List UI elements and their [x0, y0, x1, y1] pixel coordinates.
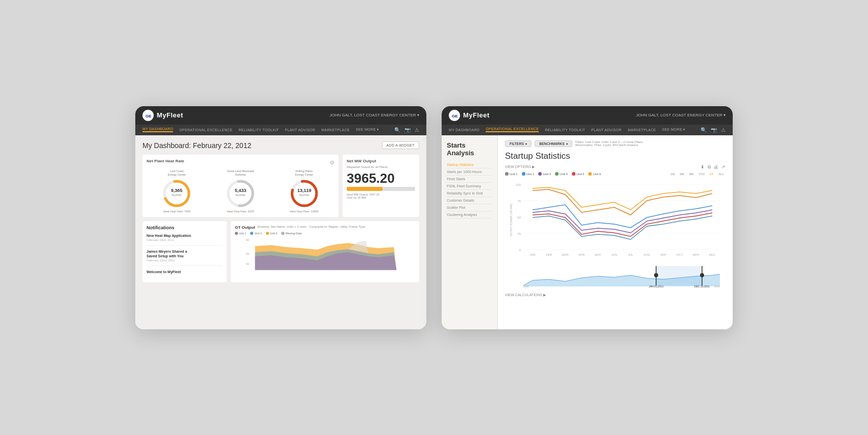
unit-dot-5 — [572, 172, 575, 176]
unit-item-5: Unit 5 — [572, 172, 585, 176]
outer-wrapper: GE MyFleet JOHN GALT, LOST COAST ENERGY … — [115, 76, 753, 360]
ge-logo-left: GE — [142, 110, 154, 121]
svg-text:Btu/KWh: Btu/KWh — [235, 194, 246, 197]
gt-legend: Unit 1 Unit 2 Unit 3 Missing Data — [235, 232, 415, 235]
left-nav-icons: 🔍 📷 ⚠ — [394, 127, 419, 133]
svg-text:Btu/KWh: Btu/KWh — [299, 194, 309, 197]
svg-text:13,119: 13,119 — [297, 188, 311, 193]
gauges-row: Lost CoastEnergy Center 9,365 Btu/KWh Id… — [147, 170, 334, 213]
left-nav-dashboard[interactable]: MY DASHBOARD — [142, 127, 173, 132]
sidebar-item-starts-per-1000[interactable]: Starts per 1000 Hours — [447, 168, 492, 176]
filters-label: FILTERS — [510, 142, 524, 146]
left-nav-marketplace[interactable]: MARKETPLACE — [321, 128, 349, 132]
ge-logo-right: GE — [449, 110, 460, 121]
svg-text:JUN: JUN — [611, 253, 617, 256]
bottom-row: Notifications New Heat Map Application F… — [142, 221, 419, 282]
right-sub-nav: MY DASHBOARD OPERATIONAL EXCELLENCE RELI… — [442, 125, 733, 135]
time-btn-ytd[interactable]: YTD — [697, 172, 706, 176]
print-icon[interactable]: 🖨 — [714, 164, 718, 170]
left-nav-reliability[interactable]: RELIABILITY TOOLKIT — [238, 128, 279, 132]
svg-text:0: 0 — [519, 249, 521, 252]
svg-text:JAN 01,2011: JAN 01,2011 — [649, 285, 664, 288]
time-btn-all[interactable]: ALL — [717, 172, 726, 176]
right-nav-plant[interactable]: PLANT ADVISOR — [591, 128, 621, 132]
gt-subtitle: Showing: Site Name, Units + 2 more Compa… — [257, 225, 415, 228]
gt-legend-missing: Missing Data — [281, 232, 302, 235]
view-options-button[interactable]: VIEW OPTIONS ▶ — [505, 165, 535, 169]
view-calculations[interactable]: VIEW CALCULATIONS ▶ — [505, 293, 726, 297]
unit-label-2: Unit 2 — [526, 173, 535, 176]
left-nav-plant[interactable]: PLANT ADVISOR — [285, 128, 315, 132]
svg-text:OCT: OCT — [677, 253, 683, 256]
camera-icon-right[interactable]: 📷 — [711, 127, 717, 133]
svg-text:5,433: 5,433 — [235, 188, 247, 193]
camera-icon-left[interactable]: 📷 — [404, 127, 411, 133]
alert-icon-left[interactable]: ⚠ — [415, 127, 419, 133]
svg-text:MAR: MAR — [562, 253, 569, 256]
gt-legend-unit2: Unit 2 — [250, 232, 261, 235]
gt-title: GT Output — [235, 225, 255, 230]
svg-text:NOV: NOV — [692, 253, 699, 256]
dashboard-title: My Dashboard: February 22, 2012 — [142, 141, 251, 150]
right-user-text: JOHN GALT, LOST COAST ENERGY CENTER ▾ — [636, 113, 726, 117]
gauge-3-ideal: Ideal Heat Rate: 10826 — [290, 210, 319, 213]
sidebar-item-customer[interactable]: Customer Details — [447, 197, 492, 204]
left-nav-opex[interactable]: OPERATIONAL EXCELLENCE — [179, 128, 232, 132]
right-card: GE MyFleet JOHN GALT, LOST COAST ENERGY … — [442, 106, 733, 329]
add-widget-button[interactable]: ADD A WIDGET — [382, 141, 419, 149]
unit-item-1: Unit 1 — [505, 172, 518, 176]
alert-icon-right[interactable]: ⚠ — [721, 127, 726, 133]
unit-dot-1 — [505, 172, 509, 176]
gauge-3-svg: 13,119 Btu/KWh — [289, 178, 320, 209]
notif-item-3: Welcome to MyFleet — [147, 270, 223, 278]
share-icon[interactable]: ↗ — [721, 164, 726, 170]
download-icon[interactable]: ⬇ — [701, 164, 705, 170]
filters-button[interactable]: FILTERS ▾ — [505, 140, 532, 147]
benchmarks-button[interactable]: BENCHMARKS ▾ — [535, 140, 572, 147]
left-nav-more[interactable]: SEE MORE ▾ — [356, 128, 379, 132]
search-icon-left[interactable]: 🔍 — [394, 127, 400, 133]
left-brand-name: MyFleet — [157, 111, 183, 119]
svg-text:DEC 31,2011: DEC 31,2011 — [694, 285, 710, 288]
time-btn-6m[interactable]: 6M — [688, 172, 695, 176]
sidebar-item-clustering[interactable]: Clustering Analysis — [447, 211, 492, 219]
right-nav-dashboard[interactable]: MY DASHBOARD — [449, 128, 479, 132]
copy-icon[interactable]: ⧉ — [708, 164, 711, 170]
svg-text:AUG: AUG — [643, 253, 650, 256]
left-content: My Dashboard: February 22, 2012 ADD A WI… — [135, 135, 426, 329]
mw-subtitle: Megawatt Output for all Plants — [347, 165, 415, 168]
gauge-2-ideal: Ideal Heat Rate: 6205 — [227, 210, 254, 213]
sidebar-item-fired-starts[interactable]: Fired Starts — [447, 176, 492, 183]
left-card: GE MyFleet JOHN GALT, LOST COAST ENERGY … — [135, 106, 426, 329]
gauge-3-label: Rolling PlainsEnergy Center — [295, 170, 313, 177]
time-btn-1y[interactable]: 1Y — [708, 172, 715, 176]
svg-point-49 — [654, 273, 658, 277]
gauge-2: Great Land MunicipalAuthority 5,433 Btu/… — [221, 170, 259, 213]
sidebar-item-scatter[interactable]: Scatter Plot — [447, 204, 492, 211]
sidebar-item-reliability[interactable]: Reliability Sync to Grid — [447, 190, 492, 197]
gauge-1: Lost CoastEnergy Center 9,365 Btu/KWh Id… — [158, 170, 196, 213]
right-nav-more[interactable]: SEE MORE ▾ — [662, 128, 686, 132]
time-btn-1m[interactable]: 1M — [669, 172, 676, 176]
right-toolbar: FILTERS ▾ BENCHMARKS ▾ Filters: Lost Coa… — [505, 140, 726, 147]
search-icon-right[interactable]: 🔍 — [701, 127, 707, 133]
gt-legend-dot-2 — [250, 232, 253, 235]
sidebar-item-fsnl[interactable]: FSNL Fleet Summary — [447, 183, 492, 190]
sidebar-item-startup-statistics[interactable]: Startup Statistics — [447, 161, 492, 168]
mw-bar-orange — [347, 187, 382, 191]
notifications-title: Notifications — [147, 225, 223, 230]
right-nav-opex[interactable]: OPERATIONAL EXCELLENCE — [486, 127, 539, 132]
svg-text:GE: GE — [146, 114, 152, 118]
benchmarks-label: BENCHMARKS — [539, 142, 564, 146]
svg-text:JAN: JAN — [529, 253, 535, 256]
svg-text:OUTPUT POWER (100 MW): OUTPUT POWER (100 MW) — [510, 203, 513, 236]
svg-text:80: 80 — [246, 238, 250, 241]
startup-mini-chart-svg: JAN 01,2011 DEC 31,2011 2008 2015 — [505, 265, 726, 288]
heat-rate-gear-icon[interactable]: ⚙ — [330, 160, 334, 165]
gt-legend-label-missing: Missing Data — [285, 232, 302, 235]
right-nav-marketplace[interactable]: MARKETPLACE — [628, 128, 656, 132]
time-btn-3m[interactable]: 3M — [678, 172, 685, 176]
startup-chart-svg: 100 75 50 25 0 JAN FEB MAR APR MAY JUN J… — [505, 179, 726, 261]
left-user-text: JOHN GALT, LOST COAST ENERGY CENTER ▾ — [330, 113, 419, 117]
right-nav-reliability[interactable]: RELIABILITY TOOLKIT — [545, 128, 585, 132]
